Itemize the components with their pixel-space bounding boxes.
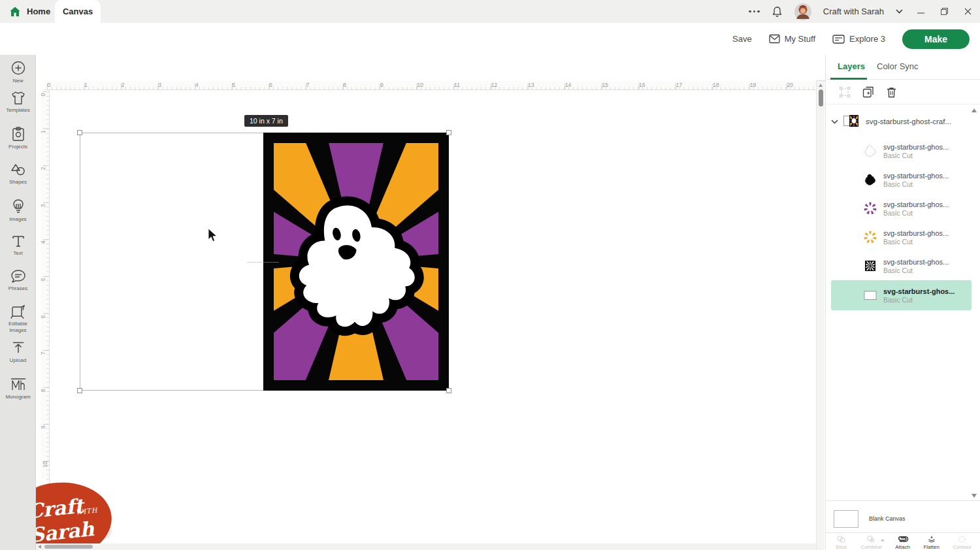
sidebar-item-text[interactable]: Text — [0, 229, 36, 257]
make-button[interactable]: Make — [902, 29, 970, 49]
sidebar-item-label: Images — [9, 216, 26, 223]
canvas-horizontal-scrollbar[interactable] — [36, 543, 816, 550]
slice-button[interactable]: Slice — [835, 536, 847, 550]
attach-button[interactable]: Attach — [895, 536, 910, 550]
layer-row[interactable]: svg-starburst-ghos...Basic Cut — [831, 194, 972, 223]
sidebar-item-images[interactable]: Images — [0, 193, 36, 223]
sidebar-item-shapes[interactable]: Shapes — [0, 157, 36, 186]
active-tab-underline — [830, 78, 867, 80]
blank-canvas-swatch[interactable] — [834, 510, 858, 528]
action-label: Attach — [895, 544, 910, 550]
blank-canvas-row[interactable]: Blank Canvas — [834, 506, 977, 532]
sidebar-item-label: New — [12, 78, 23, 84]
scrollbar-thumb[interactable] — [819, 89, 823, 106]
close-icon[interactable] — [962, 6, 973, 18]
attach-icon — [896, 536, 910, 543]
ruler-top: 01234567891011121314151617181920 — [44, 81, 816, 90]
monogram-icon — [10, 378, 27, 392]
layer-name: svg-starburst-ghos... — [883, 258, 949, 266]
selection-handle-top-right[interactable] — [446, 130, 451, 135]
layer-group-name: svg-starburst-ghost-craf... — [866, 118, 951, 125]
minimize-icon[interactable] — [915, 6, 926, 18]
layer-group-row[interactable]: svg-starburst-ghost-craf... — [831, 112, 971, 131]
layer-list: svg-starburst-ghost-craf...svg-starburst… — [826, 105, 975, 497]
layer-row[interactable]: svg-starburst-ghos...Basic Cut — [831, 251, 972, 280]
my-stuff-button[interactable]: My Stuff — [769, 34, 815, 44]
tab-canvas[interactable]: Canvas — [55, 0, 101, 23]
ruler-number: 0 — [48, 82, 51, 88]
sidebar-item-monogram[interactable]: Monogram — [0, 372, 36, 400]
chevron-down-icon[interactable] — [896, 9, 903, 14]
layer-row[interactable]: svg-starburst-ghos...Basic Cut — [831, 165, 972, 194]
canvas-area[interactable]: 01234567891011121314151617181920 0123456… — [36, 55, 816, 550]
maximize-icon[interactable] — [938, 6, 950, 18]
selection-handle-bottom-right[interactable] — [446, 388, 451, 393]
combine-button[interactable]: Combine — [861, 536, 882, 550]
tab-layers[interactable]: Layers — [838, 61, 865, 71]
ruler-number: 6 — [269, 82, 272, 88]
sidebar-item-label: Templates — [6, 107, 29, 114]
tab-home[interactable]: Home — [9, 0, 50, 23]
duplicate-icon[interactable] — [862, 86, 875, 98]
sidebar-item-label: Shapes — [9, 179, 27, 186]
layer-operation-type: Basic Cut — [883, 238, 949, 246]
ruler-number: 3 — [40, 204, 46, 207]
avatar[interactable] — [794, 3, 811, 20]
canvas-vertical-scrollbar[interactable] — [816, 81, 825, 550]
ruler-number: 2 — [122, 82, 125, 88]
layer-row[interactable]: svg-starburst-ghos...Basic Cut — [831, 137, 972, 165]
scroll-up-arrow[interactable] — [819, 84, 823, 87]
layer-row[interactable]: svg-starburst-ghos...Basic Cut — [831, 223, 972, 251]
layer-row[interactable]: svg-starburst-ghos...Basic Cut — [831, 280, 972, 310]
group-icon[interactable] — [839, 86, 851, 98]
canvas-tab-label: Canvas — [63, 7, 93, 16]
chevron-down-icon[interactable] — [831, 120, 838, 124]
tab-color-sync[interactable]: Color Sync — [877, 61, 919, 71]
ghost-black-thumbnail — [864, 173, 877, 186]
phrases-icon — [10, 269, 26, 283]
layers-panel-tabs: Layers Color Sync — [826, 55, 980, 80]
layer-operation-type: Basic Cut — [883, 296, 955, 304]
selection-handle-bottom-left[interactable] — [77, 388, 82, 393]
sidebar-item-editable-images[interactable]: EditableImages — [0, 299, 36, 334]
sidebar-item-label: Phrases — [8, 285, 27, 292]
sidebar-item-templates[interactable]: Templates — [0, 86, 36, 114]
sidebar-item-projects[interactable]: Projects — [0, 121, 36, 150]
ruler-number: 17 — [676, 82, 682, 88]
scrollbar-thumb[interactable] — [44, 545, 93, 549]
delete-icon[interactable] — [887, 87, 896, 98]
ruler-number: 15 — [602, 82, 608, 88]
ruler-number: 9 — [380, 82, 384, 88]
contour-button[interactable]: Contour — [953, 536, 971, 550]
scroll-left-arrow[interactable] — [38, 545, 41, 549]
starburst-ghost-artwork[interactable] — [263, 133, 449, 391]
sidebar-item-label: Text — [13, 250, 23, 257]
my-stuff-icon — [769, 34, 780, 44]
ruler-number: 5 — [40, 278, 46, 282]
craft-with-sarah-logo: Craft WITH Sarah — [36, 483, 112, 550]
explore-button[interactable]: Explore 3 — [832, 34, 885, 44]
sidebar-item-phrases[interactable]: Phrases — [0, 264, 36, 292]
sidebar-item-label: EditableImages — [8, 321, 27, 334]
user-name[interactable]: Craft with Sarah — [823, 7, 884, 16]
flatten-icon — [926, 536, 938, 543]
selection-handle-top-left[interactable] — [77, 130, 82, 135]
top-tab-bar: Home Canvas Craft with Sarah — [0, 0, 980, 23]
rays-purple-thumbnail — [864, 202, 877, 215]
bell-icon[interactable] — [772, 6, 783, 18]
sidebar-item-upload[interactable]: Upload — [0, 336, 36, 364]
layers-toolbar — [826, 80, 980, 105]
layer-name: svg-starburst-ghos... — [883, 287, 955, 295]
mouse-cursor — [208, 229, 218, 242]
layer-operation-type: Basic Cut — [883, 209, 949, 217]
panel-scroll-up-arrow[interactable] — [972, 108, 977, 112]
flatten-button[interactable]: Flatten — [923, 536, 939, 550]
overflow-menu-icon[interactable] — [749, 10, 760, 13]
explore-icon — [832, 35, 845, 44]
save-button[interactable]: Save — [732, 34, 752, 44]
panel-scroll-down-arrow[interactable] — [972, 494, 977, 498]
ruler-number: 19 — [750, 82, 756, 88]
sidebar-item-new[interactable]: New — [0, 55, 36, 84]
layer-name: svg-starburst-ghos... — [883, 201, 949, 208]
ruler-number: 13 — [528, 82, 534, 88]
